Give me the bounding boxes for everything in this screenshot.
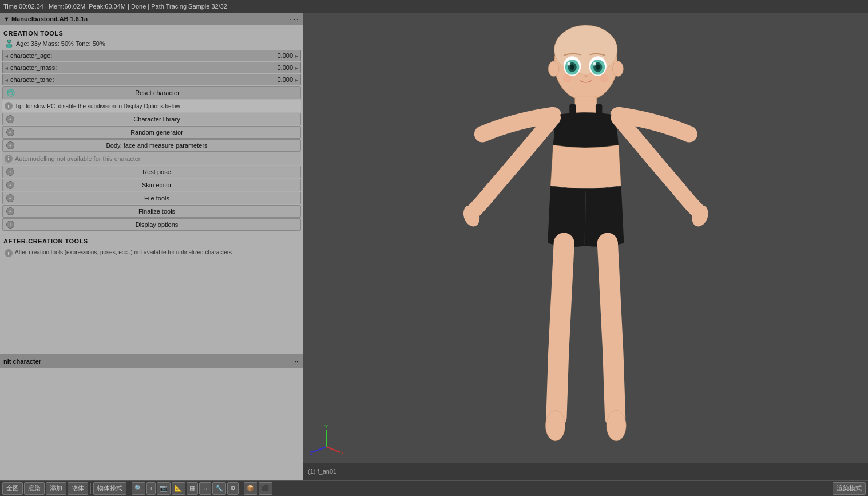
svg-point-18	[548, 61, 559, 77]
svg-point-10	[567, 62, 570, 66]
file-tools-label: File tools	[17, 195, 297, 202]
panel-title-bar: ▼ ManuelbastoniLAB 1.6.1a ···	[0, 13, 303, 25]
character-area	[303, 13, 868, 463]
panel-dots: ···	[290, 14, 300, 23]
info-icon-tip: i	[5, 102, 13, 110]
file-expand-icon: +	[6, 194, 14, 202]
display-expand-icon: +	[6, 221, 14, 229]
taskbar: 全图 渲染 添加 物体 物体操式 🔍 + 📷 📐 ▦ ↔ 🔧 ⚙ 📦 ⬛ 渲染模…	[0, 480, 868, 496]
body-face-button[interactable]: + Body, face and measure parameters	[2, 139, 301, 152]
random-generator-label: Random generator	[17, 129, 297, 136]
info-icon-after: i	[5, 249, 13, 257]
svg-point-25	[545, 411, 565, 441]
status-bar: Time:00:02.34 | Mem:60.02M, Peak:60.04M …	[0, 0, 868, 13]
age-arrow-left[interactable]: ◂	[5, 53, 8, 59]
panel-content: CREATION TOOLS Age: 33y Mass: 50% Tone: …	[0, 25, 303, 354]
taskbar-btn-1[interactable]: 全图	[2, 482, 23, 495]
mass-arrow-left[interactable]: ◂	[5, 65, 8, 71]
rest-expand-icon: +	[6, 168, 14, 176]
tip-row: i Tip: for slow PC, disable the subdivis…	[2, 100, 301, 112]
character-library-button[interactable]: + Character library	[2, 113, 301, 125]
bottom-panel-title: nit character ···	[0, 355, 303, 368]
reset-character-label: Reset character	[18, 89, 297, 96]
rest-pose-label: Rest pose	[17, 168, 297, 175]
tone-arrow-right[interactable]: ▸	[295, 77, 298, 83]
taskbar-tools[interactable]: 🔧	[212, 482, 226, 495]
svg-point-9	[570, 65, 574, 70]
taskbar-right-btn[interactable]: 渲染模式	[833, 482, 866, 495]
taskbar-grid[interactable]: ▦	[187, 482, 198, 495]
character-stats-row: Age: 33y Mass: 50% Tone: 50%	[2, 38, 301, 49]
age-label: character_age:	[10, 52, 277, 59]
random-expand-icon: +	[6, 128, 14, 136]
left-panel: ▼ ManuelbastoniLAB 1.6.1a ··· CREATION T…	[0, 13, 303, 480]
tip-text: Tip: for slow PC, disable the subdivisio…	[15, 103, 180, 109]
automodelling-text: Automodelling not available for this cha…	[15, 155, 141, 162]
mass-label: character_mass:	[10, 64, 277, 71]
after-creation-text: After-creation tools (expressions, poses…	[15, 249, 232, 255]
taskbar-camera[interactable]: 📷	[157, 482, 171, 495]
taskbar-arrows[interactable]: ↔	[199, 482, 211, 495]
svg-line-31	[312, 447, 326, 452]
tone-label: character_tone:	[10, 76, 277, 83]
skin-expand-icon: +	[6, 181, 14, 189]
tone-arrow-left[interactable]: ◂	[5, 77, 8, 83]
bottom-panel: nit character ···	[0, 354, 303, 480]
taskbar-btn-4[interactable]: 物体	[68, 482, 88, 495]
viewport-object-label: (1) f_an01	[308, 468, 336, 475]
character-stats-text: Age: 33y Mass: 50% Tone: 50%	[16, 40, 105, 47]
after-creation-label: AFTER-CREATION TOOLS	[2, 235, 301, 246]
svg-text:Y: Y	[324, 424, 328, 430]
finalize-tools-button[interactable]: + Finalize tools	[2, 205, 301, 218]
svg-point-19	[612, 61, 623, 77]
taskbar-extra[interactable]: ⬛	[259, 482, 272, 495]
bottom-panel-dots: ···	[295, 358, 300, 365]
svg-point-26	[607, 411, 626, 441]
svg-text:X: X	[341, 450, 343, 456]
mass-value: 0.000	[277, 64, 293, 71]
svg-point-0	[7, 40, 11, 43]
taskbar-measure[interactable]: 📐	[172, 482, 185, 495]
svg-point-1	[6, 44, 12, 48]
mass-arrow-right[interactable]: ▸	[295, 65, 298, 71]
svg-rect-22	[596, 104, 602, 118]
taskbar-sep-3	[241, 483, 241, 494]
svg-point-14	[596, 65, 600, 70]
after-creation-info-row: i After-creation tools (expressions, pos…	[2, 246, 301, 261]
taskbar-mode-btn[interactable]: 物体操式	[93, 482, 126, 495]
taskbar-zoom-out[interactable]: 🔍	[132, 482, 145, 495]
random-generator-button[interactable]: + Random generator	[2, 126, 301, 139]
svg-text:Z: Z	[310, 450, 313, 456]
taskbar-package[interactable]: 📦	[244, 482, 257, 495]
main-area: ▼ ManuelbastoniLAB 1.6.1a ··· CREATION T…	[0, 13, 868, 480]
rest-pose-button[interactable]: + Rest pose	[2, 166, 301, 178]
after-creation-section: AFTER-CREATION TOOLS i After-creation to…	[2, 235, 301, 261]
character-age-slider[interactable]: ◂ character_age: 0.000 ▸	[2, 50, 301, 61]
character-library-label: Character library	[17, 116, 297, 123]
skin-editor-button[interactable]: + Skin editor	[2, 179, 301, 191]
taskbar-sep-1	[90, 483, 91, 494]
axis-indicator: X Y Z	[309, 424, 343, 460]
reset-character-button[interactable]: Reset character	[2, 86, 301, 99]
taskbar-zoom-in[interactable]: +	[146, 482, 156, 495]
age-value: 0.000	[277, 52, 293, 59]
creation-tools-label: CREATION TOOLS	[2, 27, 301, 38]
age-arrow-right[interactable]: ▸	[295, 53, 298, 59]
viewport-bottom-bar: (1) f_an01	[303, 463, 868, 480]
taskbar-settings[interactable]: ⚙	[227, 482, 239, 495]
person-icon	[5, 39, 14, 48]
svg-point-15	[593, 62, 596, 66]
svg-point-16	[563, 74, 572, 82]
viewport-content: X Y Z (1) f_an01	[303, 13, 868, 480]
body-face-label: Body, face and measure parameters	[17, 142, 297, 149]
character-tone-slider[interactable]: ◂ character_tone: 0.000 ▸	[2, 74, 301, 85]
taskbar-btn-2[interactable]: 渲染	[24, 482, 45, 495]
file-tools-button[interactable]: + File tools	[2, 192, 301, 204]
viewport[interactable]: X Y Z (1) f_an01	[303, 13, 868, 480]
character-model	[450, 14, 722, 461]
character-mass-slider[interactable]: ◂ character_mass: 0.000 ▸	[2, 62, 301, 73]
reset-icon	[6, 88, 15, 97]
display-options-button[interactable]: + Display options	[2, 218, 301, 231]
taskbar-btn-3[interactable]: 添加	[46, 482, 66, 495]
finalize-tools-label: Finalize tools	[17, 208, 297, 215]
